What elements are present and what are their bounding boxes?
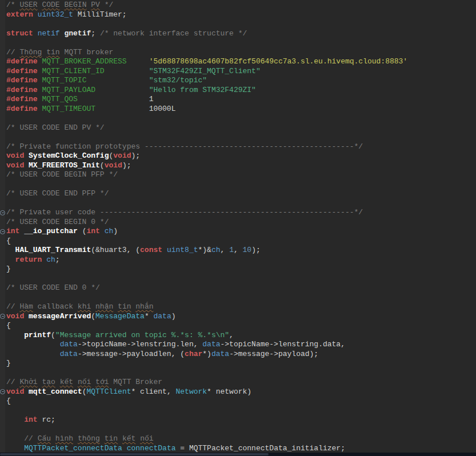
code-line[interactable]: } [0,265,476,274]
code-line[interactable]: extern uint32_t MilliTimer; [0,10,476,20]
code-token [100,227,105,235]
code-line[interactable]: /* USER CODE BEGIN 0 */ [0,218,476,227]
code-token: { [6,321,11,330]
code-area[interactable]: /* USER CODE BEGIN PV */extern uint32_t … [0,0,476,453]
code-line[interactable] [0,425,476,435]
code-line[interactable]: struct netif gnetif; /* network interfac… [0,29,476,39]
code-line[interactable]: { [0,321,476,331]
code-token: ( [91,312,95,321]
fold-collapse-icon[interactable] [0,389,5,394]
code-token [6,255,15,264]
code-line[interactable]: MQTTPacket_connectData connectData = MQT… [0,444,476,454]
code-line[interactable]: #define MQTT_QOS 1 [0,95,476,105]
code-token: { [6,237,11,245]
code-token: uint32_t [38,10,73,19]
code-line[interactable]: return ch; [0,255,476,265]
code-line[interactable]: /* USER CODE BEGIN PV */ [0,1,476,10]
code-line[interactable] [0,274,476,284]
code-line[interactable] [0,369,476,378]
code-line[interactable]: { [0,237,476,246]
code-line[interactable]: data->message->payloadlen, (char*)data->… [0,350,476,359]
code-line[interactable]: } [0,359,476,369]
code-token [6,350,60,358]
code-line[interactable] [0,293,476,303]
code-line[interactable]: void mqtt_connect(MQTTClient* client, Ne… [0,387,476,397]
code-token: #define [6,57,38,66]
code-line[interactable]: /* USER CODE END 0 */ [0,283,476,293]
code-line[interactable]: #define MQTT_PAYLOAD "Hello from STM32F4… [0,86,476,95]
code-line[interactable]: void messageArrived(MessageData* data) [0,312,476,322]
code-line[interactable]: /* USER CODE END PFP */ [0,189,476,199]
code-line[interactable]: /* USER CODE BEGIN PFP */ [0,170,476,180]
code-token: HAL_UART_Transmit [15,246,91,254]
code-token: "Hello from STM32F429ZI" [149,86,256,94]
code-line[interactable] [0,180,476,190]
horizontal-scrollbar[interactable] [0,453,476,456]
spellcheck-squiggle-token: BEGIN [64,1,86,9]
code-line[interactable]: #define MQTT_BROKER_ADDRESS '5d68878698a… [0,57,476,67]
code-editor[interactable]: /* USER CODE BEGIN PV */extern uint32_t … [0,0,476,456]
code-token: ( [51,331,55,339]
spellcheck-squiggle-token: tin [118,302,131,311]
code-line[interactable] [0,19,476,29]
code-token: MQTT Broker [109,378,163,386]
code-line[interactable]: HAL_UART_Transmit(&huart3, (const uint8_… [0,246,476,255]
code-token [6,331,24,339]
code-line[interactable] [0,406,476,416]
code-line[interactable] [0,38,476,48]
code-line[interactable]: // Thông tin MQTT broker [0,48,476,58]
code-token: void [6,161,24,170]
code-token: void [113,151,131,160]
code-line[interactable]: // Cấu hình thông tin kết nối [0,434,476,444]
code-token: 1 [78,95,154,103]
code-line[interactable]: #define MQTT_CLIENT_ID "STM32F429ZI_MQTT… [0,67,476,77]
code-token: MilliTimer; [73,10,127,19]
code-line[interactable]: /* Private user code -------------------… [0,208,476,218]
code-line[interactable]: printf("Message arrived on topic %.*s: %… [0,331,476,341]
code-token: netif [38,29,60,38]
code-token: /* USER CODE BEGIN PFP */ [6,170,118,179]
spellcheck-squiggle-token: USER [19,1,37,9]
code-line[interactable]: #define MQTT_TIMEOUT 10000L [0,105,476,114]
fold-collapse-icon[interactable] [0,229,5,234]
code-line[interactable]: void MX_FREERTOS_Init(void); [0,161,476,171]
code-token [113,302,118,311]
spellcheck-squiggle-token: thông [78,434,100,443]
code-token: = MQTTPacket_connectData_initializer; [176,444,345,453]
code-token: data [60,350,78,358]
code-token: int [6,227,19,235]
code-token: const [140,246,162,254]
code-line[interactable]: void SystemClock_Config(void); [0,151,476,161]
scrollbar-thumb[interactable] [0,453,269,455]
fold-collapse-icon[interactable] [0,210,5,215]
code-line[interactable]: /* Private function prototypes ---------… [0,142,476,152]
code-token [162,246,167,254]
code-line[interactable]: { [0,397,476,406]
code-line[interactable]: #define MQTT_TOPIC "stm32/topic" [0,76,476,86]
code-token: '5d68878698ac4607b82fcf50649cc7a3.sl.eu.… [149,57,407,66]
code-token: ); [131,151,141,160]
code-token: MQTTPacket_connectData [24,444,122,453]
code-line[interactable]: data->topicName->lenstring.len, data->to… [0,340,476,350]
code-line[interactable]: /* USER CODE END PV */ [0,123,476,133]
code-token: data [154,312,171,321]
code-line[interactable]: int rc; [0,415,476,425]
code-token: // [6,302,19,311]
code-token: void [6,312,24,321]
code-token: // [24,434,37,443]
code-line[interactable]: int __io_putchar (int ch) [0,227,476,237]
code-line[interactable]: // Khởi tạo kết nối tới MQTT Broker [0,378,476,387]
fold-collapse-icon[interactable] [0,314,5,319]
code-line[interactable]: // Hàm callback khi nhận tin nhắn [0,302,476,312]
code-token: gnetif [64,29,91,38]
code-token: ch [105,227,114,235]
code-token: void [105,161,122,170]
code-line[interactable] [0,114,476,123]
code-token: 10 [243,246,252,254]
code-token: struct [6,29,33,38]
code-line[interactable] [0,133,476,142]
code-token: #define [6,76,38,85]
code-token: 1 [229,246,234,254]
code-token [24,151,29,160]
code-line[interactable] [0,199,476,209]
